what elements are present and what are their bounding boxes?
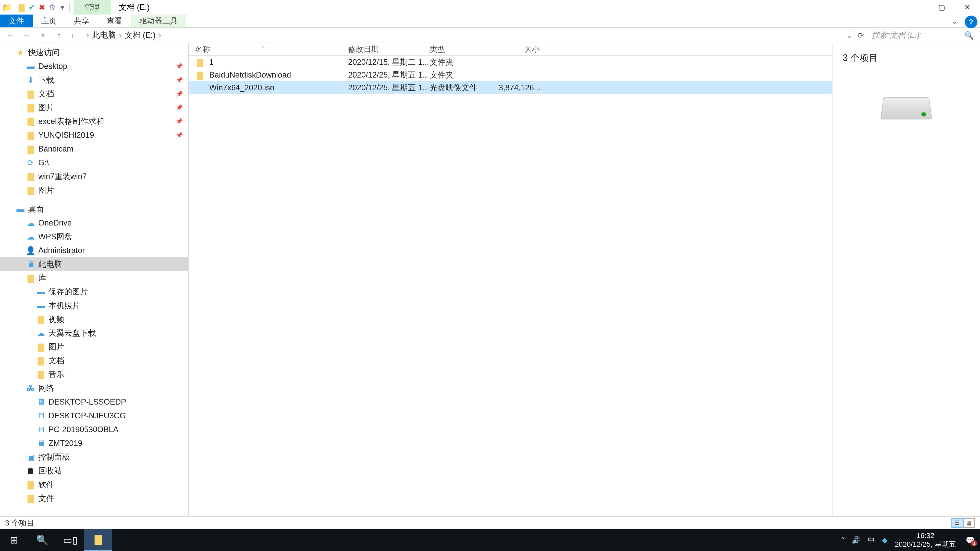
back-button[interactable]: ← (3, 29, 18, 41)
nav-administrator[interactable]: 👤Administrator (0, 244, 188, 257)
forward-button[interactable]: → (19, 29, 34, 41)
up-button[interactable]: ↑ (52, 29, 67, 41)
nav-pc1[interactable]: 🖥DESKTOP-LSSOEDP (0, 395, 188, 409)
nav-pc3[interactable]: 🖥PC-20190530OBLA (0, 423, 188, 437)
dropdown-icon[interactable]: ▾ (58, 3, 67, 12)
nav-bandicam[interactable]: ▇Bandicam (0, 142, 188, 156)
nav-videos[interactable]: ▇视频 (0, 313, 188, 326)
notification-badge: 3 (971, 540, 977, 546)
details-view-button[interactable]: ☰ (951, 518, 963, 528)
maximize-button[interactable]: ▢ (929, 0, 955, 14)
tab-view[interactable]: 查看 (98, 14, 130, 27)
search-button[interactable]: 🔍 (28, 529, 56, 551)
file-row[interactable]: ▇1 2020/12/15, 星期二 1... 文件夹 (189, 56, 832, 68)
nav-recycle-bin[interactable]: 🗑回收站 (0, 464, 188, 478)
refresh-button[interactable]: ⟳ (854, 29, 867, 41)
icons-view-button[interactable]: ▦ (963, 518, 975, 528)
nav-label: 文件 (38, 493, 54, 504)
gear-icon[interactable]: ⚙ (48, 3, 57, 12)
nav-tianyi[interactable]: ☁天翼云盘下载 (0, 326, 188, 340)
column-size[interactable]: 大小 (499, 44, 550, 55)
nav-pictures2[interactable]: ▇图片 (0, 183, 188, 197)
file-row-selected[interactable]: ▫Win7x64_2020.iso 2020/12/25, 星期五 1... 光… (189, 81, 832, 94)
nav-desktop-root[interactable]: ▬桌面 (0, 202, 188, 216)
preview-count: 3 个项目 (843, 52, 970, 64)
nav-yunqishi[interactable]: ▇YUNQISHI2019📌 (0, 128, 188, 142)
nav-g-drive[interactable]: ⟳G:\ (0, 156, 188, 170)
column-name[interactable]: 名称˄ (195, 44, 348, 55)
pin-icon: 📌 (176, 132, 183, 138)
expand-ribbon-icon[interactable]: ⌄ (947, 14, 962, 27)
nav-desktop[interactable]: ▬Desktop📌 (0, 59, 188, 73)
ime-indicator[interactable]: 中 (868, 535, 875, 545)
search-icon[interactable]: 🔍 (964, 31, 974, 40)
breadcrumb-segment[interactable]: 此电脑 (92, 30, 116, 41)
file-list[interactable]: 名称˄ 修改日期 类型 大小 ▇1 2020/12/15, 星期二 1... 文… (189, 43, 832, 516)
security-icon[interactable]: ◆ (882, 536, 888, 545)
nav-downloads[interactable]: ⬇下载📌 (0, 73, 188, 87)
nav-excel-folder[interactable]: ▇excel表格制作求和📌 (0, 114, 188, 128)
action-center-button[interactable]: 💬3 (963, 533, 977, 547)
nav-label: 文档 (38, 89, 54, 99)
pc-icon: 🖥 (36, 425, 46, 434)
nav-documents[interactable]: ▇文档📌 (0, 87, 188, 101)
close-icon[interactable]: ✖ (37, 3, 46, 12)
tab-home[interactable]: 主页 (33, 14, 65, 27)
explorer-taskbar-button[interactable]: ▇ (84, 529, 112, 551)
nav-libdocs[interactable]: ▇文档 (0, 354, 188, 368)
volume-icon[interactable]: 🔊 (852, 536, 861, 545)
start-button[interactable]: ⊞ (0, 529, 28, 551)
tab-file[interactable]: 文件 (0, 14, 33, 27)
nav-pictures[interactable]: ▇图片📌 (0, 101, 188, 114)
nav-network[interactable]: 🖧网络 (0, 381, 188, 395)
window-controls: — ▢ ✕ (904, 0, 980, 14)
task-view-button[interactable]: ▭▯ (56, 529, 84, 551)
column-date[interactable]: 修改日期 (348, 44, 430, 55)
chevron-right-icon[interactable]: › (86, 30, 89, 40)
nav-wps[interactable]: ☁WPS网盘 (0, 230, 188, 244)
nav-local-photos[interactable]: ▬本机照片 (0, 299, 188, 313)
nav-software[interactable]: ▇软件 (0, 478, 188, 492)
drive-icon: ⟳ (25, 158, 36, 168)
folder-icon[interactable]: ▇ (17, 3, 26, 12)
check-icon[interactable]: ✔ (27, 3, 36, 12)
nav-files[interactable]: ▇文件 (0, 492, 188, 505)
nav-pc2[interactable]: 🖥DESKTOP-NJEU3CG (0, 409, 188, 423)
breadcrumb-segment[interactable]: 文档 (E:) (125, 30, 156, 41)
nav-pc4[interactable]: 🖥ZMT2019 (0, 437, 188, 450)
ribbon-tabs: 文件 主页 共享 查看 驱动器工具 ⌄ ? (0, 14, 980, 28)
clock-date: 2020/12/25, 星期五 (895, 540, 956, 549)
tab-share[interactable]: 共享 (65, 14, 98, 27)
folder-icon: ▇ (25, 144, 36, 154)
clock[interactable]: 16:32 2020/12/25, 星期五 (895, 531, 956, 548)
nav-libpics[interactable]: ▇图片 (0, 340, 188, 354)
nav-this-pc[interactable]: 🖥此电脑 (0, 257, 188, 271)
tray-expand-icon[interactable]: ˄ (841, 536, 845, 545)
nav-saved-pics[interactable]: ▬保存的图片 (0, 285, 188, 299)
folder-icon: ▇ (25, 480, 36, 489)
navigation-pane[interactable]: ★快速访问 ▬Desktop📌 ⬇下载📌 ▇文档📌 ▇图片📌 ▇excel表格制… (0, 43, 189, 516)
breadcrumb[interactable]: 🖴 › 此电脑 › 文档 (E:) › (68, 29, 843, 41)
file-row[interactable]: ▇BaiduNetdiskDownload 2020/12/25, 星期五 1.… (189, 68, 832, 81)
nav-quick-access[interactable]: ★快速访问 (0, 46, 188, 59)
close-button[interactable]: ✕ (955, 0, 980, 14)
tab-drive-tools[interactable]: 驱动器工具 (130, 14, 186, 27)
contextual-tab-management[interactable]: 管理 (73, 0, 111, 14)
nav-label: 网络 (38, 383, 54, 394)
nav-win7reinstall[interactable]: ▇win7重装win7 (0, 170, 188, 183)
file-name: 1 (209, 58, 213, 67)
search-input[interactable]: 搜索"文档 (E:)" 🔍 (868, 29, 977, 41)
nav-library[interactable]: ▇库 (0, 271, 188, 285)
chevron-right-icon[interactable]: › (159, 30, 161, 40)
nav-label: 天翼云盘下载 (48, 328, 96, 338)
nav-control-panel[interactable]: ▣控制面板 (0, 450, 188, 464)
help-button[interactable]: ? (965, 16, 977, 28)
nav-music[interactable]: ▇音乐 (0, 368, 188, 381)
nav-onedrive[interactable]: ☁OneDrive (0, 216, 188, 230)
column-type[interactable]: 类型 (430, 44, 499, 55)
minimize-button[interactable]: — (904, 0, 929, 14)
file-date: 2020/12/25, 星期五 1... (348, 70, 430, 80)
chevron-right-icon[interactable]: › (119, 30, 121, 40)
address-dropdown-icon[interactable]: ⌄ (846, 31, 853, 40)
recent-locations-dropdown[interactable]: ▾ (35, 29, 51, 41)
